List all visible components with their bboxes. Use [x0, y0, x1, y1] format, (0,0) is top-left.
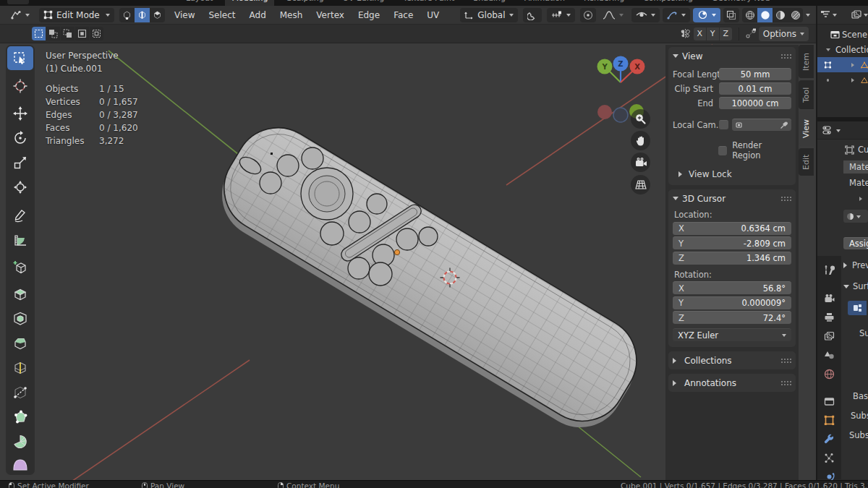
face-select-mode-button[interactable] [150, 8, 165, 22]
cursor-location-z-field[interactable]: Z1.346 cm [673, 252, 791, 265]
rendered-shading-button[interactable] [788, 8, 803, 22]
edge-select-mode-button[interactable] [135, 8, 150, 22]
select-extend-button[interactable] [46, 27, 60, 40]
disclosure-triangle-icon[interactable] [851, 63, 856, 67]
xray-toggle-button[interactable] [723, 8, 739, 22]
workspace-tab-compositing[interactable]: Compositing [637, 0, 699, 6]
menu-view[interactable]: View [170, 9, 199, 22]
extrude-region-tool[interactable] [7, 282, 33, 306]
overlays-dropdown[interactable] [693, 8, 720, 22]
measure-tool[interactable] [7, 227, 33, 251]
poly-build-tool[interactable] [7, 405, 33, 429]
add-cube-tool[interactable] [7, 254, 33, 278]
browse-material-dropdown[interactable] [843, 210, 868, 223]
cursor-rotation-z-field[interactable]: Z72.4° [673, 311, 791, 324]
material-slot[interactable]: Material [843, 176, 868, 189]
menu-select[interactable]: Select [204, 9, 239, 22]
inset-faces-tool[interactable] [7, 307, 33, 330]
disclosure-triangle-icon[interactable] [826, 48, 830, 53]
local-camera-object-field[interactable] [732, 119, 791, 131]
mirror-y-button[interactable]: Y [707, 27, 719, 40]
blender-menu-fragment[interactable] [7, 0, 29, 4]
use-nodes-button[interactable] [848, 301, 867, 315]
workspace-tab-shading[interactable]: Shading [467, 0, 512, 6]
menu-edge[interactable]: Edge [354, 9, 384, 22]
select-subtract-button[interactable] [61, 27, 75, 40]
tab-view-layer[interactable] [817, 327, 841, 346]
sidebar-tab-view[interactable]: View [799, 111, 814, 146]
surface-panel-header[interactable]: Surface [843, 281, 868, 291]
workspace-tab-animation[interactable]: Animation [518, 0, 571, 6]
menu-mesh[interactable]: Mesh [276, 9, 307, 22]
3d-cursor-panel-header[interactable]: 3D Cursor [673, 192, 791, 205]
sidebar-tab-item[interactable]: Item [799, 45, 814, 78]
gizmos-dropdown[interactable] [663, 8, 690, 22]
select-intersect-button[interactable] [90, 27, 103, 40]
proportional-editing-toggle[interactable] [580, 8, 596, 22]
panel-drag-handle[interactable] [780, 380, 791, 385]
orthographic-toggle-button[interactable] [631, 175, 650, 194]
outliner-display-mode-dropdown[interactable] [851, 10, 868, 20]
cursor-rotation-x-field[interactable]: X56.8° [673, 281, 791, 294]
annotations-panel-header[interactable]: Annotations [673, 377, 791, 389]
panel-drag-handle[interactable] [780, 53, 791, 59]
gizmo-neg-axis[interactable] [597, 105, 612, 119]
scale-tool[interactable] [7, 150, 33, 174]
tab-collection[interactable] [817, 392, 841, 411]
cursor-tool[interactable] [7, 74, 33, 98]
shading-dropdown-chevron-icon[interactable] [806, 14, 810, 19]
view-lock-subpanel-header[interactable]: View Lock [678, 169, 791, 179]
sidebar-tab-tool[interactable]: Tool [799, 80, 814, 109]
material-preview-shading-button[interactable] [773, 8, 788, 22]
wireframe-shading-button[interactable] [742, 8, 757, 22]
focal-length-field[interactable]: 50 mm [719, 68, 791, 80]
zoom-button[interactable] [631, 109, 650, 129]
camera-view-button[interactable] [631, 153, 650, 172]
smooth-tool[interactable] [7, 454, 33, 473]
properties-editor-type-button[interactable] [822, 125, 841, 135]
clip-end-field[interactable]: 100000 cm [719, 97, 791, 109]
3d-viewport[interactable]: User Perspective (1) Cube.001 Objects1 /… [0, 43, 816, 480]
menu-face[interactable]: Face [389, 9, 417, 22]
gizmo-neg-z-axis[interactable] [613, 108, 628, 122]
material-slot-selected[interactable]: Material [843, 160, 868, 174]
solid-shading-button[interactable] [757, 8, 773, 22]
snap-settings-dropdown[interactable] [547, 8, 575, 22]
eyedropper-icon[interactable] [780, 121, 788, 129]
tab-world[interactable] [817, 364, 841, 383]
view-panel-header[interactable]: View [673, 50, 791, 62]
loop-cut-tool[interactable] [7, 356, 33, 380]
mode-selector-dropdown[interactable]: Edit Mode [39, 8, 114, 22]
outliner-collection-row[interactable]: Collection [817, 42, 868, 57]
outliner-scene-row[interactable]: Scene [817, 27, 868, 42]
outliner-filter-dropdown[interactable] [820, 10, 837, 20]
menu-uv[interactable]: UV [422, 9, 443, 22]
mirror-x-button[interactable]: X [694, 27, 706, 40]
workspace-tab-modeling[interactable]: Modeling [225, 0, 274, 6]
outliner-object-row-selected[interactable] [817, 57, 868, 72]
local-camera-checkbox[interactable] [719, 120, 728, 129]
move-tool[interactable] [7, 101, 33, 125]
outliner-object-row[interactable] [817, 72, 868, 87]
workspace-tab-uv-editing[interactable]: UV Editing [336, 0, 391, 6]
disclosure-triangle-icon[interactable] [851, 78, 856, 82]
workspace-tab-rendering[interactable]: Rendering [577, 0, 631, 6]
options-dropdown[interactable]: Options [759, 27, 809, 41]
bevel-tool[interactable] [7, 331, 33, 355]
annotate-tool[interactable] [7, 202, 33, 226]
tab-tool[interactable] [817, 260, 841, 279]
transform-tool[interactable] [7, 175, 33, 199]
tab-output[interactable] [817, 308, 841, 327]
cursor-location-x-field[interactable]: X0.6364 cm [673, 222, 791, 235]
rotation-order-dropdown[interactable]: XYZ Euler [673, 328, 791, 341]
tab-particles[interactable] [817, 448, 841, 467]
proportional-falloff-dropdown[interactable] [601, 8, 625, 22]
workspace-tab-layout[interactable]: Layout [179, 0, 219, 6]
workspace-tab-sculpting[interactable]: Sculpting [280, 0, 330, 6]
panel-drag-handle[interactable] [780, 358, 791, 363]
tab-render[interactable] [817, 289, 841, 308]
tab-physics[interactable] [817, 467, 841, 480]
panel-drag-handle[interactable] [780, 196, 791, 201]
render-region-checkbox[interactable] [718, 146, 728, 155]
workspace-tab-geometry-nodes[interactable]: Geometry Nod [705, 0, 776, 6]
